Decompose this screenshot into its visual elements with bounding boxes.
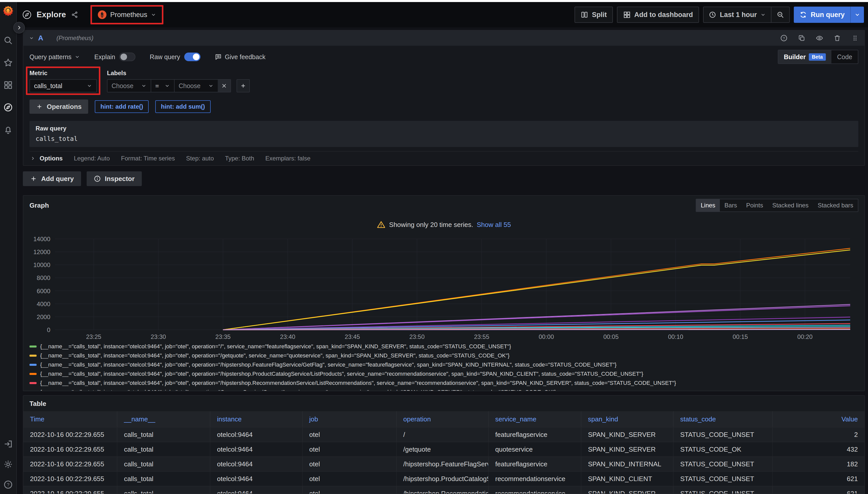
x-axis-tick-label: 23:25 — [86, 333, 102, 340]
table-body: 2022-10-16 00:22:29.655calls_totalotelco… — [23, 427, 865, 494]
dashboards-icon[interactable] — [3, 80, 13, 90]
help-icon[interactable]: ? — [3, 480, 13, 490]
table-panel: Table Time__name__instancejoboperationse… — [23, 395, 865, 494]
table-column-header[interactable]: Value — [772, 411, 865, 427]
add-to-dashboard-button[interactable]: Add to dashboard — [617, 6, 699, 23]
chevron-right-icon — [16, 25, 22, 31]
label-key-select[interactable]: Choose — [107, 79, 151, 92]
table-cell: 2022-10-16 00:22:29.655 — [23, 442, 117, 456]
table-column-header[interactable]: service_name — [488, 411, 581, 427]
main-content: A (Prometheus) ? Query patterns — [17, 27, 868, 494]
query-patterns-dropdown[interactable]: Query patterns — [30, 53, 80, 61]
add-query-button[interactable]: Add query — [23, 171, 81, 186]
inspector-button[interactable]: Inspector — [87, 171, 142, 186]
chevron-down-icon — [151, 12, 156, 18]
chevron-down-icon — [87, 83, 92, 89]
add-label-filter-button[interactable] — [237, 79, 250, 92]
series-line-series-magenta — [223, 329, 850, 330]
remove-query-trash-icon[interactable] — [833, 34, 841, 42]
time-range-button[interactable]: Last 1 hour — [704, 7, 771, 22]
y-axis-tick-label: 12000 — [33, 248, 50, 255]
warning-triangle-icon — [377, 220, 385, 229]
raw-query-toggle[interactable] — [184, 53, 200, 61]
query-help-icon[interactable]: ? — [780, 34, 788, 42]
table-column-header[interactable]: status_code — [673, 411, 772, 427]
legend-series-label: {__name__="calls_total", instance="otelc… — [40, 380, 676, 386]
give-feedback-link[interactable]: Give feedback — [215, 53, 266, 61]
query-row-header[interactable]: A (Prometheus) ? — [23, 31, 865, 46]
chevron-down-icon — [164, 83, 170, 89]
table-cell: otel — [302, 472, 396, 486]
explore-compass-icon[interactable] — [3, 102, 13, 112]
legend-item[interactable]: {__name__="calls_total", instance="otelc… — [30, 388, 858, 391]
query-row-actions: ? — [780, 34, 859, 42]
share-icon[interactable] — [71, 11, 78, 18]
table-column-header[interactable]: span_kind — [581, 411, 673, 427]
starred-icon[interactable] — [3, 58, 13, 68]
label-value-select[interactable]: Choose — [174, 79, 218, 92]
sign-in-icon[interactable] — [3, 439, 13, 449]
table-column-header[interactable]: __name__ — [117, 411, 210, 427]
drag-handle-icon[interactable] — [851, 34, 859, 42]
remove-label-filter-button[interactable] — [218, 79, 231, 92]
table-cell: otel — [302, 442, 396, 456]
table-column-header[interactable]: operation — [396, 411, 488, 427]
table-cell: otel — [302, 487, 396, 494]
chevron-down-icon — [854, 12, 861, 18]
hide-response-eye-icon[interactable] — [816, 34, 823, 42]
legend-series-swatch — [30, 345, 37, 347]
table-cell: /hipstershop.ProductCatalogS... — [396, 472, 488, 486]
hint-add-sum-button[interactable]: hint: add sum() — [155, 100, 211, 113]
label-operator-select[interactable]: = — [151, 79, 174, 92]
explain-toggle[interactable] — [119, 53, 135, 61]
table-column-header[interactable]: Time — [23, 411, 117, 427]
zoom-out-button[interactable] — [771, 7, 789, 22]
legend-item[interactable]: {__name__="calls_total", instance="otelc… — [30, 342, 858, 351]
graph-mode-points[interactable]: Points — [741, 199, 767, 211]
run-query-dropdown[interactable] — [850, 6, 864, 23]
table-cell: /hipstershop.Recommendation... — [396, 487, 488, 494]
add-operations-button[interactable]: Operations — [30, 99, 88, 114]
search-icon[interactable] — [3, 36, 13, 45]
x-axis-tick-label: 00:00 — [539, 333, 554, 340]
graph-mode-lines[interactable]: Lines — [696, 199, 720, 211]
raw-query-label: Raw query — [150, 53, 180, 61]
legend-item[interactable]: {__name__="calls_total", instance="otelc… — [30, 351, 858, 360]
hint-add-rate-button[interactable]: hint: add rate() — [95, 100, 149, 113]
split-button[interactable]: Split — [575, 6, 613, 23]
builder-code-toggle: Builder Beta Code — [778, 50, 858, 64]
options-summary-row[interactable]: Options Legend: Auto Format: Time series… — [30, 151, 858, 165]
duplicate-query-icon[interactable] — [798, 34, 806, 42]
metric-select[interactable]: calls_total — [30, 79, 97, 92]
legend-item[interactable]: {__name__="calls_total", instance="otelc… — [30, 360, 858, 369]
settings-gear-icon[interactable] — [3, 459, 13, 469]
collapse-chevron-icon[interactable] — [29, 36, 34, 41]
y-axis-tick-label: 8000 — [37, 274, 50, 281]
alerting-bell-icon[interactable] — [3, 125, 13, 135]
table-column-header[interactable]: instance — [210, 411, 302, 427]
builder-mode-tab[interactable]: Builder Beta — [778, 50, 831, 63]
sidebar-expand-button[interactable] — [13, 22, 25, 34]
show-all-series-link[interactable]: Show all 55 — [477, 221, 511, 229]
table-column-header[interactable]: job — [302, 411, 396, 427]
graph-canvas[interactable]: 0200040006000800010000120001400023:2523:… — [30, 235, 860, 340]
table-cell: calls_total — [117, 472, 210, 486]
window-top-strip — [0, 0, 868, 2]
table-row: 2022-10-16 00:22:29.655calls_totalotelco… — [23, 486, 865, 494]
run-query-button[interactable]: Run query — [794, 6, 850, 23]
legend-item[interactable]: {__name__="calls_total", instance="otelc… — [30, 379, 858, 388]
code-mode-tab[interactable]: Code — [831, 50, 858, 63]
graph-mode-tabs: Lines Bars Points Stacked lines Stacked … — [696, 199, 858, 212]
svg-text:?: ? — [783, 36, 785, 40]
label-operator-value: = — [155, 82, 159, 90]
grafana-logo-icon[interactable] — [2, 5, 14, 17]
graph-mode-stacked-lines[interactable]: Stacked lines — [767, 199, 813, 211]
graph-mode-bars[interactable]: Bars — [720, 199, 741, 211]
legend-item[interactable]: {__name__="calls_total", instance="otelc… — [30, 369, 858, 379]
table-cell: 2022-10-16 00:22:29.655 — [23, 457, 117, 471]
graph-mode-stacked-bars[interactable]: Stacked bars — [813, 199, 858, 211]
datasource-picker[interactable]: Prometheus — [92, 6, 162, 23]
graph-panel-title: Graph — [30, 202, 49, 209]
nav-left: Explore Prometheus — [22, 6, 162, 23]
clock-icon — [709, 11, 716, 19]
